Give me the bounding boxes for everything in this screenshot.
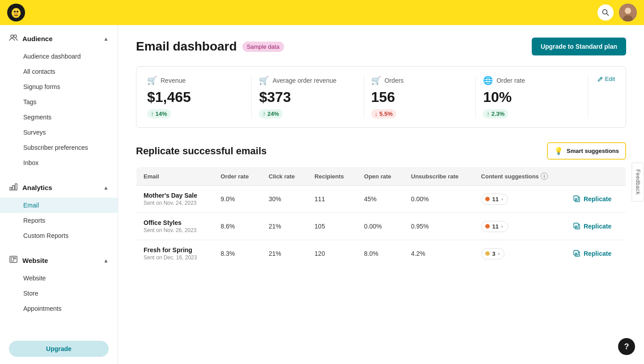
cell-click-rate-2: 21% — [262, 240, 308, 267]
cell-click-rate-1: 21% — [262, 213, 308, 240]
table-row: Mother's Day Sale Sent on Nov. 24, 2023 … — [136, 186, 626, 213]
svg-line-20 — [601, 78, 602, 79]
chevron-right-icon: › — [501, 224, 503, 229]
table-header-row: Email Order rate Click rate Recipients O… — [136, 167, 626, 186]
table-body: Mother's Day Sale Sent on Nov. 24, 2023 … — [136, 186, 626, 267]
replicate-button-2[interactable]: Replicate — [573, 250, 611, 258]
suggestion-dot-0 — [485, 197, 490, 201]
sidebar-item-inbox[interactable]: Inbox — [0, 155, 118, 170]
svg-point-4 — [14, 11, 16, 13]
sidebar: Audience ▲ Audience dashboard All contac… — [0, 25, 118, 364]
cell-unsubscribe-rate-0: 0.00% — [404, 186, 474, 213]
stat-orders: 🛒 Orders 156 ↓ 5.5% — [364, 76, 476, 119]
sidebar-item-custom-reports[interactable]: Custom Reports — [0, 228, 118, 243]
sidebar-audience-header[interactable]: Audience ▲ — [0, 29, 118, 49]
svg-point-6 — [14, 13, 18, 16]
feedback-tab[interactable]: Feedback — [632, 163, 644, 202]
order-rate-change: ↑ 2.3% — [483, 109, 508, 119]
cell-open-rate-1: 0.00% — [357, 213, 404, 240]
cell-click-rate-0: 30% — [262, 186, 308, 213]
email-date-2: Sent on Dec. 16, 2023 — [144, 254, 206, 261]
cell-replicate-2: Replicate — [566, 240, 626, 267]
audience-chevron: ▲ — [103, 36, 109, 42]
topbar-left — [7, 4, 25, 21]
cell-email-0: Mother's Day Sale Sent on Nov. 24, 2023 — [136, 186, 214, 213]
page-header: Email dashboard Sample data Upgrade to S… — [136, 38, 626, 55]
help-icon: ? — [624, 342, 629, 351]
smart-suggestions-label: Smart suggestions — [567, 148, 619, 154]
replicate-button-0[interactable]: Replicate — [573, 195, 611, 203]
avg-order-change: ↑ 24% — [259, 109, 283, 119]
search-button[interactable] — [597, 4, 614, 21]
sidebar-item-all-contacts[interactable]: All contacts — [0, 64, 118, 79]
stat-order-rate: 🌐 Order rate 10% ↑ 2.3% — [476, 76, 588, 119]
sidebar-item-tags[interactable]: Tags — [0, 94, 118, 110]
topbar — [0, 0, 644, 25]
replicate-button-1[interactable]: Replicate — [573, 222, 611, 230]
sidebar-audience-section: Audience ▲ Audience dashboard All contac… — [0, 25, 118, 174]
svg-point-13 — [14, 35, 17, 38]
logo[interactable] — [7, 4, 25, 21]
help-button[interactable]: ? — [618, 338, 635, 355]
suggestion-count-2: 3 — [492, 250, 496, 257]
cell-order-rate-0: 9.0% — [213, 186, 261, 213]
topbar-right — [597, 4, 637, 21]
suggestion-count-0: 11 — [492, 196, 499, 203]
replicate-title: Replicate successful emails — [136, 145, 267, 157]
upgrade-plan-button[interactable]: Upgrade to Standard plan — [532, 38, 626, 55]
sidebar-item-segments[interactable]: Segments — [0, 110, 118, 125]
cell-unsubscribe-rate-2: 4.2% — [404, 240, 474, 267]
sidebar-item-reports[interactable]: Reports — [0, 213, 118, 228]
suggestion-dot-1 — [485, 224, 490, 229]
smart-suggestions-button[interactable]: 💡 Smart suggestions — [547, 142, 626, 160]
sidebar-item-website[interactable]: Website — [0, 271, 118, 286]
sidebar-item-appointments[interactable]: Appointments — [0, 301, 118, 316]
sidebar-item-signup-forms[interactable]: Signup forms — [0, 79, 118, 94]
sidebar-analytics-header[interactable]: Analytics ▲ — [0, 178, 118, 198]
avg-order-cart-icon: 🛒 — [259, 76, 269, 85]
orders-change: ↓ 5.5% — [371, 109, 396, 119]
sidebar-footer: Upgrade — [0, 334, 118, 364]
cell-suggestions-0: 11 › — [474, 186, 566, 213]
main-content: Email dashboard Sample data Upgrade to S… — [118, 25, 644, 364]
order-rate-icon: 🌐 — [483, 76, 493, 85]
app-body: Audience ▲ Audience dashboard All contac… — [0, 25, 644, 364]
col-actions — [566, 167, 626, 186]
cell-recipients-2: 120 — [307, 240, 357, 267]
sidebar-item-store[interactable]: Store — [0, 286, 118, 301]
cell-order-rate-1: 8.6% — [213, 213, 261, 240]
upgrade-button[interactable]: Upgrade — [9, 341, 109, 357]
page-title-area: Email dashboard Sample data — [136, 39, 284, 54]
sidebar-analytics-label: Analytics — [22, 184, 52, 191]
cell-recipients-0: 111 — [307, 186, 357, 213]
chevron-right-icon: › — [498, 251, 500, 256]
email-name-0: Mother's Day Sale — [144, 192, 206, 199]
edit-link[interactable]: Edit — [597, 76, 615, 82]
revenue-change: ↑ 14% — [147, 109, 171, 119]
col-recipients: Recipients — [307, 167, 357, 186]
up-arrow-icon: ↑ — [151, 110, 154, 117]
suggestion-badge-1[interactable]: 11 › — [481, 221, 508, 232]
replicate-section-header: Replicate successful emails 💡 Smart sugg… — [136, 142, 626, 160]
sidebar-item-audience-dashboard[interactable]: Audience dashboard — [0, 49, 118, 64]
page-title: Email dashboard — [136, 39, 237, 54]
email-table: Email Order rate Click rate Recipients O… — [136, 167, 626, 267]
avg-order-label: Average order revenue — [272, 77, 336, 84]
user-avatar[interactable] — [619, 4, 637, 21]
orders-value: 156 — [371, 89, 468, 106]
email-name-2: Fresh for Spring — [144, 246, 206, 254]
svg-rect-16 — [15, 184, 17, 190]
suggestion-badge-2[interactable]: 3 › — [481, 248, 505, 259]
sidebar-item-email[interactable]: Email — [0, 198, 118, 213]
website-chevron: ▲ — [103, 258, 109, 264]
sidebar-item-surveys[interactable]: Surveys — [0, 125, 118, 140]
svg-point-12 — [11, 35, 13, 38]
svg-rect-15 — [13, 186, 14, 190]
sidebar-website-label: Website — [22, 257, 48, 264]
sidebar-website-header[interactable]: Website ▲ — [0, 250, 118, 271]
svg-point-10 — [625, 8, 631, 14]
col-open-rate: Open rate — [357, 167, 404, 186]
sidebar-item-subscriber-preferences[interactable]: Subscriber preferences — [0, 140, 118, 155]
suggestion-badge-0[interactable]: 11 › — [481, 194, 508, 205]
revenue-cart-icon: 🛒 — [147, 76, 157, 85]
